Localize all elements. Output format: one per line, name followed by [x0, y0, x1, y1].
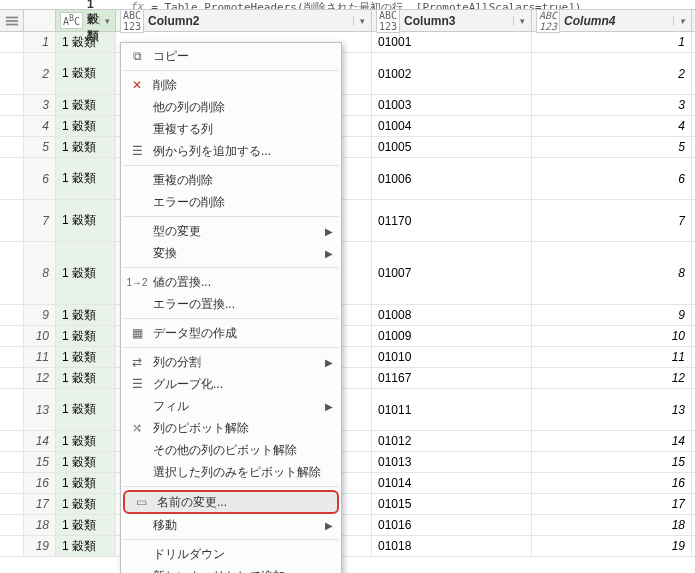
menu-remove-dup[interactable]: 重複の削除 [121, 169, 341, 191]
cell-a[interactable]: 1 穀類 [56, 494, 116, 514]
cell-c[interactable]: 01010 [372, 347, 532, 367]
table-row[interactable]: 171 穀類0101517 [0, 494, 695, 515]
column-header-a[interactable]: ABC 1 穀類 ▾ [56, 10, 116, 31]
cell-d[interactable]: 3 [532, 95, 692, 115]
cell-a[interactable]: 1 穀類 [56, 389, 116, 430]
menu-unpivot-selected[interactable]: 選択した列のみをピボット解除 [121, 461, 341, 483]
table-row[interactable]: 11 穀類010011 [0, 32, 695, 53]
cell-a[interactable]: 1 穀類 [56, 347, 116, 367]
cell-a[interactable]: 1 穀類 [56, 536, 116, 556]
table-row[interactable]: 101 穀類0100910 [0, 326, 695, 347]
cell-c[interactable]: 01005 [372, 137, 532, 157]
cell-d[interactable]: 1 [532, 32, 692, 52]
table-row[interactable]: 191 穀類0101819 [0, 536, 695, 557]
menu-copy[interactable]: ⧉コピー [121, 45, 341, 67]
cell-d[interactable]: 16 [532, 473, 692, 493]
table-row[interactable]: 91 穀類010089 [0, 305, 695, 326]
cell-d[interactable]: 12 [532, 368, 692, 388]
table-row[interactable]: 31 穀類010033 [0, 95, 695, 116]
cell-c[interactable]: 01004 [372, 116, 532, 136]
menu-remove[interactable]: ✕削除 [121, 74, 341, 96]
menu-fill[interactable]: フィル▶ [121, 395, 341, 417]
cell-d[interactable]: 17 [532, 494, 692, 514]
filter-icon[interactable]: ▾ [673, 16, 687, 26]
menu-rename[interactable]: ▭名前の変更... [123, 490, 339, 514]
column-header-c[interactable]: ABC123 Column3 ▾ [372, 10, 532, 31]
cell-d[interactable]: 2 [532, 53, 692, 94]
menu-remove-err[interactable]: エラーの削除 [121, 191, 341, 213]
table-row[interactable]: 81 穀類010078 [0, 242, 695, 305]
cell-c[interactable]: 01006 [372, 158, 532, 199]
cell-c[interactable]: 01170 [372, 200, 532, 241]
cell-d[interactable]: 5 [532, 137, 692, 157]
cell-c[interactable]: 01013 [372, 452, 532, 472]
menu-newquery[interactable]: 新しいクエリとして追加 [121, 565, 341, 573]
cell-c[interactable]: 01002 [372, 53, 532, 94]
cell-c[interactable]: 01009 [372, 326, 532, 346]
table-row[interactable]: 61 穀類010066 [0, 158, 695, 200]
cell-d[interactable]: 13 [532, 389, 692, 430]
cell-c[interactable]: 01007 [372, 242, 532, 304]
cell-a[interactable]: 1 穀類 [56, 242, 116, 304]
table-row[interactable]: 181 穀類0101618 [0, 515, 695, 536]
table-row[interactable]: 161 穀類0101416 [0, 473, 695, 494]
column-header-b[interactable]: ABC123 Column2 ▾ [116, 10, 372, 31]
filter-icon[interactable]: ▾ [513, 16, 527, 26]
cell-d[interactable]: 6 [532, 158, 692, 199]
cell-a[interactable]: 1 穀類 [56, 95, 116, 115]
cell-d[interactable]: 8 [532, 242, 692, 304]
cell-a[interactable]: 1 穀類 [56, 368, 116, 388]
cell-d[interactable]: 9 [532, 305, 692, 325]
cell-d[interactable]: 14 [532, 431, 692, 451]
cell-c[interactable]: 01008 [372, 305, 532, 325]
table-row[interactable]: 151 穀類0101315 [0, 452, 695, 473]
cell-d[interactable]: 4 [532, 116, 692, 136]
cell-c[interactable]: 01003 [372, 95, 532, 115]
menu-unpivot[interactable]: ⤭列のピボット解除 [121, 417, 341, 439]
cell-c[interactable]: 01012 [372, 431, 532, 451]
menu-transform[interactable]: 変換▶ [121, 242, 341, 264]
table-row[interactable]: 131 穀類0101113 [0, 389, 695, 431]
menu-unpivot-other[interactable]: その他の列のピボット解除 [121, 439, 341, 461]
cell-a[interactable]: 1 穀類 [56, 53, 116, 94]
cell-d[interactable]: 18 [532, 515, 692, 535]
menu-drilldown[interactable]: ドリルダウン [121, 543, 341, 565]
cell-a[interactable]: 1 穀類 [56, 473, 116, 493]
cell-a[interactable]: 1 穀類 [56, 452, 116, 472]
column-header-d[interactable]: ABC123 Column4 ▾ [532, 10, 692, 31]
cell-c[interactable]: 01167 [372, 368, 532, 388]
cell-c[interactable]: 01011 [372, 389, 532, 430]
cell-c[interactable]: 01016 [372, 515, 532, 535]
cell-a[interactable]: 1 穀類 [56, 326, 116, 346]
cell-a[interactable]: 1 穀類 [56, 305, 116, 325]
menu-change-type[interactable]: 型の変更▶ [121, 220, 341, 242]
menu-add-from-example[interactable]: ☰例から列を追加する... [121, 140, 341, 162]
table-row[interactable]: 21 穀類010022 [0, 53, 695, 95]
menu-replace-val[interactable]: 1→2値の置換... [121, 271, 341, 293]
cell-d[interactable]: 11 [532, 347, 692, 367]
menu-replace-err[interactable]: エラーの置換... [121, 293, 341, 315]
cell-c[interactable]: 01014 [372, 473, 532, 493]
table-row[interactable]: 141 穀類0101214 [0, 431, 695, 452]
filter-icon[interactable]: ▾ [353, 16, 367, 26]
cell-c[interactable]: 01001 [372, 32, 532, 52]
cell-d[interactable]: 7 [532, 200, 692, 241]
menu-create-datatype[interactable]: ▦データ型の作成 [121, 322, 341, 344]
cell-a[interactable]: 1 穀類 [56, 431, 116, 451]
cell-d[interactable]: 15 [532, 452, 692, 472]
filter-icon[interactable]: ▾ [99, 16, 111, 26]
cell-d[interactable]: 19 [532, 536, 692, 556]
table-row[interactable]: 71 穀類011707 [0, 200, 695, 242]
menu-duplicate[interactable]: 重複する列 [121, 118, 341, 140]
table-row[interactable]: 41 穀類010044 [0, 116, 695, 137]
cell-c[interactable]: 01015 [372, 494, 532, 514]
menu-move[interactable]: 移動▶ [121, 514, 341, 536]
cell-a[interactable]: 1 穀類 [56, 515, 116, 535]
cell-a[interactable]: 1 穀類 [56, 32, 116, 52]
cell-c[interactable]: 01018 [372, 536, 532, 556]
table-row[interactable]: 111 穀類0101011 [0, 347, 695, 368]
menu-split-col[interactable]: ⇄列の分割▶ [121, 351, 341, 373]
menu-remove-others[interactable]: 他の列の削除 [121, 96, 341, 118]
cell-a[interactable]: 1 穀類 [56, 116, 116, 136]
menu-groupby[interactable]: ☰グループ化... [121, 373, 341, 395]
